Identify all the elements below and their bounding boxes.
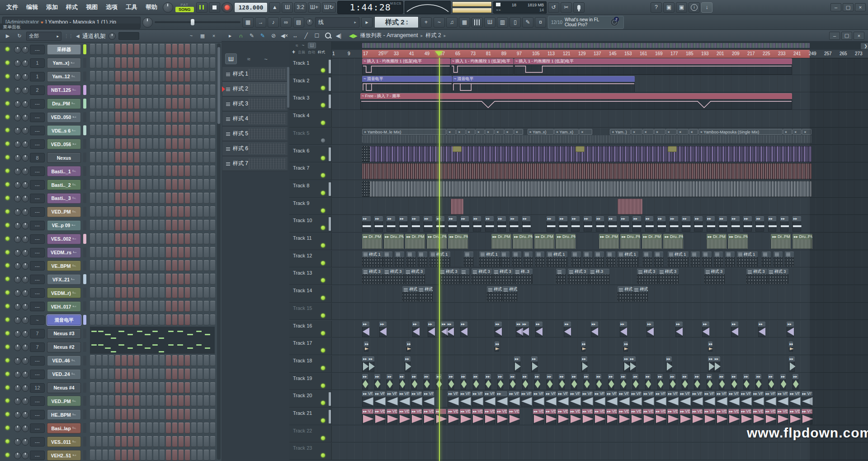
channel-target-display[interactable]: --- [30,221,45,230]
step-cell[interactable] [204,355,209,366]
track-header[interactable]: Track 20 [289,390,332,408]
step-cell[interactable] [90,138,95,149]
pattern-clip[interactable]: ▸▸ Dru..PM [556,234,576,249]
step-cell[interactable] [210,71,215,82]
step-cell[interactable] [147,301,152,312]
step-cell[interactable] [128,98,133,109]
step-cell[interactable] [134,44,139,55]
audio-texture-clip[interactable] [370,181,811,197]
pattern-clip[interactable] [594,252,604,267]
step-cell[interactable] [160,450,165,461]
channel-row[interactable]: ---Basti.._1 [0,164,222,178]
step-cell[interactable] [160,369,165,380]
main-volume-knob[interactable] [163,2,173,13]
step-cell[interactable] [128,179,133,190]
step-cell[interactable] [109,152,114,163]
track-mute-led[interactable] [321,121,325,125]
step-cell[interactable] [128,112,133,123]
audio-texture-clip[interactable] [362,163,811,179]
pattern-clip[interactable]: 样..3 [514,269,533,284]
step-cell[interactable] [185,138,190,149]
step-cell[interactable] [128,71,133,82]
audio-clip[interactable]: ▸▸ VE..002 [692,409,703,424]
step-cell[interactable] [90,206,95,217]
step-cell[interactable] [179,125,184,136]
pattern-clip[interactable]: ▸▸ Dr..PM [405,234,425,249]
audio-clip[interactable]: ▸▸ VE..002 [606,409,618,424]
step-cell[interactable] [210,206,215,217]
step-cell[interactable] [210,423,215,433]
step-cell[interactable] [166,247,171,258]
channel-button[interactable]: Nexus #3 [47,328,81,339]
track-mute-led[interactable] [321,156,325,160]
pattern-clip[interactable] [500,252,509,267]
audio-texture-clip[interactable] [370,146,811,162]
step-cell[interactable] [185,274,190,285]
time-display[interactable]: 1:44:28 M:S:CS [337,1,403,14]
minimize-button[interactable]: – [830,3,841,11]
step-cell[interactable] [191,355,196,366]
step-cell[interactable] [90,233,95,244]
step-cell[interactable] [103,409,108,420]
audio-clip[interactable]: ▸▸ [531,356,538,372]
step-cell[interactable] [134,287,139,298]
cut-icon[interactable]: ✂ [561,2,572,13]
audio-clip[interactable]: ▸▸ [522,322,529,337]
audio-clip[interactable]: ▸▸ VFX..21 [753,391,764,407]
step-cell[interactable] [179,450,184,461]
audio-clip[interactable]: ▸▸ [473,374,479,390]
channel-led[interactable] [5,399,9,403]
pattern-clip[interactable]: ▸▸ Dru..PM [728,234,748,249]
volume-knob[interactable] [22,452,29,459]
step-cell[interactable] [204,179,209,190]
channel-target-display[interactable]: --- [30,396,45,406]
step-cell[interactable] [122,85,127,95]
audio-clip[interactable]: ▸▸ VFX..21 [374,391,386,407]
play-icon[interactable]: ▶ [4,33,12,39]
step-cell[interactable] [153,138,158,149]
channel-led[interactable] [5,237,9,241]
muted-audio-clip[interactable]: × Yamboo-Mapouka (Single Mix) [698,129,783,135]
audio-clip[interactable]: ▸▸ [448,374,454,390]
track-mute-led[interactable] [321,191,325,195]
rack-swing-knob[interactable] [108,33,116,40]
channel-select-strip[interactable] [83,44,86,54]
step-cell[interactable] [134,85,139,95]
step-cell[interactable] [90,57,95,68]
step-cell[interactable] [122,287,127,298]
pattern-clip[interactable]: 样式 1 [362,252,383,267]
step-cell[interactable] [160,152,165,163]
step-cell[interactable] [90,314,95,325]
step-cell[interactable] [160,382,165,393]
step-cell[interactable] [185,355,190,366]
step-cell[interactable] [191,57,196,68]
audio-clip[interactable]: ▸▸ [436,216,444,232]
step-cell[interactable] [191,206,196,217]
audio-clip[interactable]: ▸▸ [731,322,738,337]
channel-led[interactable] [5,318,9,322]
step-cell[interactable] [160,112,165,123]
shuffle-slider[interactable] [155,18,241,27]
step-cell[interactable] [204,436,209,447]
step-cell[interactable] [90,166,95,176]
channel-led[interactable] [5,47,9,51]
playhead-marker-icon[interactable] [435,51,443,56]
step-cell[interactable] [153,369,158,380]
step-cell[interactable] [153,193,158,204]
audio-clip[interactable]: ▸▸ [596,216,604,232]
audio-clip[interactable]: ▸▸ [399,374,405,390]
channel-led[interactable] [5,277,9,281]
audio-clip[interactable]: ▸▸ [547,374,552,390]
channel-led[interactable] [5,331,9,335]
step-cell[interactable] [179,138,184,149]
step-cell[interactable] [103,166,108,176]
pan-knob[interactable] [14,371,21,378]
channel-select-strip[interactable] [83,207,86,217]
pan-knob[interactable] [14,385,21,392]
master-volume-slider[interactable] [452,1,492,7]
step-cell[interactable] [172,423,177,433]
step-cell[interactable] [96,260,101,271]
channel-button[interactable]: VES..011 [47,437,81,447]
step-cell[interactable] [147,382,152,393]
track-mute-led[interactable] [321,418,325,423]
